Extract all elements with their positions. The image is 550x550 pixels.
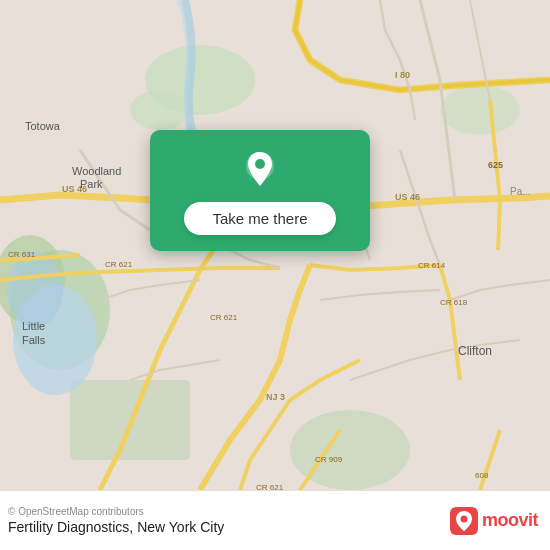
svg-text:Pa...: Pa...: [510, 186, 531, 197]
moovit-brand-text: moovit: [482, 510, 538, 531]
svg-text:Clifton: Clifton: [458, 344, 492, 358]
svg-text:Little: Little: [22, 320, 45, 332]
svg-text:CR 621: CR 621: [105, 260, 133, 269]
svg-text:CR 618: CR 618: [440, 298, 468, 307]
svg-text:Woodland: Woodland: [72, 165, 121, 177]
moovit-logo: moovit: [450, 507, 538, 535]
svg-text:CR 621: CR 621: [256, 483, 284, 490]
svg-point-7: [440, 85, 520, 135]
svg-point-31: [255, 159, 265, 169]
svg-text:CR 631: CR 631: [8, 250, 36, 259]
svg-text:NJ 3: NJ 3: [266, 392, 285, 402]
location-card: Take me there: [150, 130, 370, 251]
svg-point-33: [460, 515, 467, 522]
location-name: Fertility Diagnostics, New York City: [8, 519, 224, 535]
svg-point-2: [130, 90, 190, 130]
svg-point-9: [7, 252, 63, 328]
svg-text:CR 621: CR 621: [210, 313, 238, 322]
bottom-bar: © OpenStreetMap contributors Fertility D…: [0, 490, 550, 550]
map-container: I 80 US 46 US 46 625 CR 614 CR 618 CR 63…: [0, 0, 550, 490]
svg-text:CR 909: CR 909: [315, 455, 343, 464]
take-me-there-button[interactable]: Take me there: [184, 202, 335, 235]
location-pin-icon: [238, 148, 282, 192]
svg-text:Totowa: Totowa: [25, 120, 61, 132]
svg-text:US 46: US 46: [395, 192, 420, 202]
svg-text:608: 608: [475, 471, 489, 480]
svg-text:Park: Park: [80, 178, 103, 190]
svg-text:CR 614: CR 614: [418, 261, 446, 270]
location-info: © OpenStreetMap contributors Fertility D…: [8, 506, 224, 535]
osm-attribution: © OpenStreetMap contributors: [8, 506, 224, 517]
svg-text:625: 625: [488, 160, 503, 170]
moovit-icon: [450, 507, 478, 535]
svg-text:I 80: I 80: [395, 70, 410, 80]
svg-text:Falls: Falls: [22, 334, 46, 346]
